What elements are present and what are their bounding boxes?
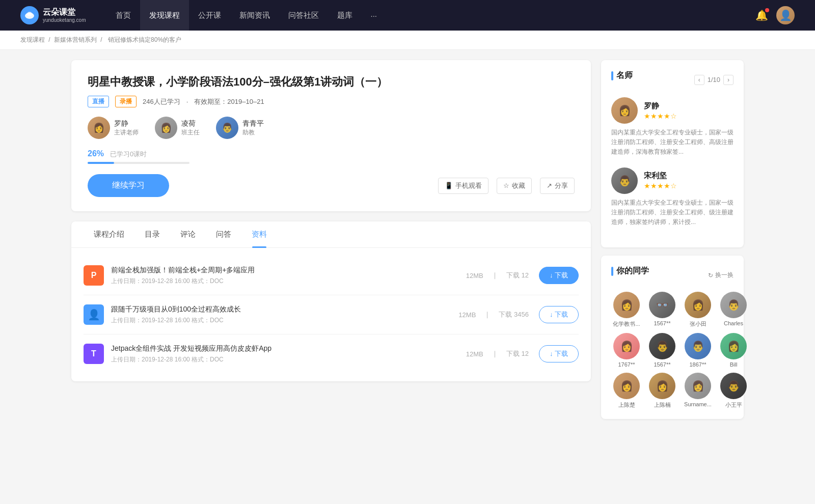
teachers-list: 👩 罗静 主讲老师 👩 凌荷 班主任 xyxy=(88,117,575,139)
teacher-card-0-name: 罗静 xyxy=(644,101,677,111)
continue-button[interactable]: 继续学习 xyxy=(88,174,169,197)
teacher-card-1-desc: 国内某重点大学安全工程专业硕士，国家一级注册消防工程师、注册安全工程师、级注册建… xyxy=(611,198,734,228)
resource-1-icon: 👤 xyxy=(84,304,104,325)
student-2: 👩 张小田 xyxy=(683,292,713,328)
student-4-avatar[interactable]: 👩 xyxy=(613,333,640,359)
teacher-0-avatar: 👩 xyxy=(88,117,110,139)
mobile-icon: 📱 xyxy=(445,182,453,189)
user-avatar[interactable]: 👤 xyxy=(776,6,795,24)
progress-pct: 26% xyxy=(88,149,104,158)
resource-2: T Jetpack全组件实战 开发短视频应用高仿皮皮虾App 上传日期：2019… xyxy=(84,334,579,373)
resource-2-title: Jetpack全组件实战 开发短视频应用高仿皮皮虾App xyxy=(111,344,466,353)
student-3-avatar[interactable]: 👨 xyxy=(720,292,747,318)
course-title: 明星中教授课，小学阶段语法100分–强化级第1讲动词（一） xyxy=(88,74,575,90)
student-11-avatar[interactable]: 👨 xyxy=(720,373,747,399)
student-6: 👨 1867** xyxy=(683,333,713,368)
refresh-button[interactable]: ↻ 换一换 xyxy=(708,271,734,279)
resource-2-subtitle: 上传日期：2019-12-28 16:00 格式：DOC xyxy=(111,355,466,364)
breadcrumb-series[interactable]: 新媒体营销系列 xyxy=(54,36,97,43)
student-0-avatar[interactable]: 👩 xyxy=(613,292,640,318)
student-3-name: Charles xyxy=(718,320,749,326)
resource-1-stats: 12MB ｜ 下载 3456 xyxy=(458,310,529,319)
tag-live: 直播 xyxy=(88,96,109,107)
tab-review[interactable]: 评论 xyxy=(170,221,206,247)
resource-1-download[interactable]: ↓ 下载 xyxy=(539,306,579,323)
nav-public[interactable]: 公开课 xyxy=(189,0,230,31)
mobile-view-button[interactable]: 📱 手机观看 xyxy=(438,178,488,194)
teacher-0: 👩 罗静 主讲老师 xyxy=(88,117,139,139)
students-grid: 👩 化学教书... 👓 1567** 👩 张小田 👨 Charles 👩 xyxy=(611,292,734,409)
student-7-avatar[interactable]: 👩 xyxy=(720,333,747,359)
progress-bar-fill xyxy=(88,162,114,164)
navigation: 云朵课堂 yunduoketang.com 首页 发现课程 公开课 新闻资讯 问… xyxy=(0,0,815,31)
nav-discover[interactable]: 发现课程 xyxy=(140,0,189,31)
teacher-0-role: 主讲老师 xyxy=(114,128,139,137)
students-header: 你的同学 ↻ 换一换 xyxy=(611,266,734,285)
teacher-card-1-name: 宋利坚 xyxy=(644,171,677,181)
student-7: 👩 Bill xyxy=(718,333,749,368)
progress-studied: 已学习0课时 xyxy=(110,150,147,158)
share-button[interactable]: ↗ 分享 xyxy=(540,178,575,194)
notification-dot xyxy=(765,8,769,12)
resource-0: P 前端全栈加强版！前端全栈+全周期+多端应用 上传日期：2019-12-28 … xyxy=(84,256,579,295)
resource-1-title: 跟随千万级项目从0到100全过程高效成长 xyxy=(111,305,458,314)
teacher-card-1-stars: ★★★★☆ xyxy=(644,182,677,190)
resource-0-icon: P xyxy=(84,265,104,286)
students-sidebar-card: 你的同学 ↻ 换一换 👩 化学教书... 👓 1567** 👩 xyxy=(601,256,744,419)
student-8-avatar[interactable]: 👩 xyxy=(613,373,640,399)
teacher-2: 👨 青青平 助教 xyxy=(216,117,264,139)
progress-section: 26% 已学习0课时 xyxy=(88,149,575,164)
resource-1-subtitle: 上传日期：2019-12-28 16:00 格式：DOC xyxy=(111,316,458,325)
student-5-avatar[interactable]: 👨 xyxy=(649,333,675,359)
teacher-card-0: 👩 罗静 ★★★★☆ 国内某重点大学安全工程专业硕士，国家一级注册消防工程师、注… xyxy=(611,97,734,157)
student-2-avatar[interactable]: 👩 xyxy=(685,292,711,318)
breadcrumb-discover[interactable]: 发现课程 xyxy=(20,36,45,43)
share-icon: ↗ xyxy=(547,182,552,189)
resource-0-stats: 12MB ｜ 下载 12 xyxy=(466,271,529,280)
tab-resources[interactable]: 资料 xyxy=(241,221,277,247)
course-meta: 直播 录播 246人已学习 · 有效期至：2019–10–21 xyxy=(88,96,575,107)
learner-count: 246人已学习 xyxy=(143,97,180,106)
svg-point-2 xyxy=(28,12,32,15)
tab-catalog[interactable]: 目录 xyxy=(134,221,170,247)
tab-intro[interactable]: 课程介绍 xyxy=(84,221,134,247)
tabs-content: P 前端全栈加强版！前端全栈+全周期+多端应用 上传日期：2019-12-28 … xyxy=(71,248,591,381)
student-6-avatar[interactable]: 👨 xyxy=(685,333,711,359)
student-11-name: 小王平 xyxy=(718,401,749,409)
student-9-avatar[interactable]: 👩 xyxy=(649,373,675,399)
refresh-icon: ↻ xyxy=(708,272,713,279)
student-5-name: 1567** xyxy=(647,361,677,368)
resource-2-download[interactable]: ↓ 下载 xyxy=(539,345,579,362)
teacher-1-role: 班主任 xyxy=(181,128,200,137)
collect-button[interactable]: ☆ 收藏 xyxy=(497,178,532,194)
teacher-1: 👩 凌荷 班主任 xyxy=(155,117,200,139)
resource-0-subtitle: 上传日期：2019-12-28 16:00 格式：DOC xyxy=(111,277,466,286)
nav-right: 🔔 👤 xyxy=(755,6,795,24)
right-sidebar: 名师 ‹ 1/10 › 👩 罗静 ★★★★☆ xyxy=(601,60,744,427)
tab-qa[interactable]: 问答 xyxy=(206,221,241,247)
nav-quiz[interactable]: 题库 xyxy=(328,0,362,31)
student-10-avatar[interactable]: 👩 xyxy=(685,373,711,399)
student-1-avatar[interactable]: 👓 xyxy=(649,292,675,318)
prev-page-button[interactable]: ‹ xyxy=(694,75,704,85)
main-layout: 明星中教授课，小学阶段语法100分–强化级第1讲动词（一） 直播 录播 246人… xyxy=(51,50,764,437)
breadcrumb: 发现课程 / 新媒体营销系列 / 销冠修炼术搞定80%的客户 xyxy=(0,31,815,50)
nav-news[interactable]: 新闻资讯 xyxy=(230,0,279,31)
nav-home[interactable]: 首页 xyxy=(106,0,140,31)
teacher-card-1: 👨 宋利坚 ★★★★☆ 国内某重点大学安全工程专业硕士，国家一级注册消防工程师、… xyxy=(611,167,734,228)
next-page-button[interactable]: › xyxy=(723,75,734,85)
student-9-name: 上陈楠 xyxy=(647,401,677,409)
nav-qa[interactable]: 问答社区 xyxy=(279,0,328,31)
left-content: 明星中教授课，小学阶段语法100分–强化级第1讲动词（一） 直播 录播 246人… xyxy=(71,60,591,427)
sidebar-teachers-header: 名师 ‹ 1/10 › xyxy=(611,70,734,89)
bell-icon[interactable]: 🔔 xyxy=(755,9,768,21)
resource-0-download[interactable]: ↓ 下载 xyxy=(539,267,579,284)
student-8: 👩 上陈楚 xyxy=(611,373,642,409)
breadcrumb-current: 销冠修炼术搞定80%的客户 xyxy=(108,36,181,43)
teacher-card-1-avatar: 👨 xyxy=(611,167,638,194)
teachers-sidebar-card: 名师 ‹ 1/10 › 👩 罗静 ★★★★☆ xyxy=(601,60,744,247)
teacher-1-avatar: 👩 xyxy=(155,117,177,139)
tabs-header: 课程介绍 目录 评论 问答 资料 xyxy=(71,221,591,248)
nav-more[interactable]: ··· xyxy=(362,0,387,31)
logo[interactable]: 云朵课堂 yunduoketang.com xyxy=(20,6,86,24)
